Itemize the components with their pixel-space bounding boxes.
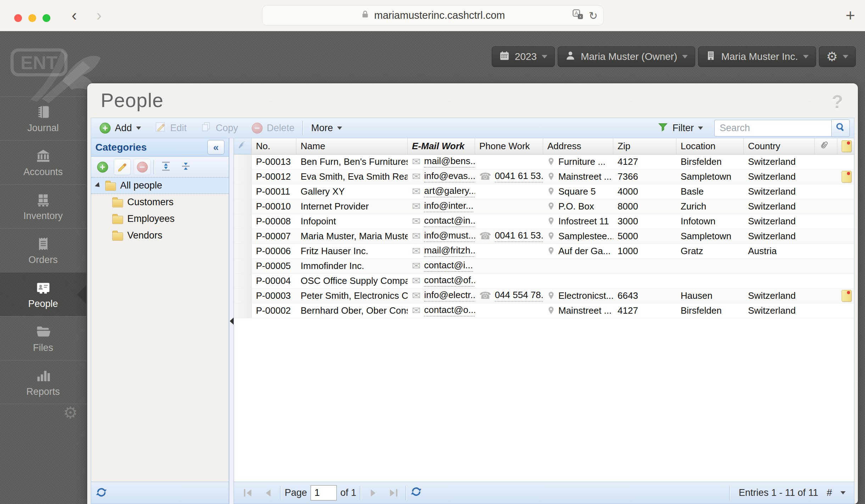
cell-handle <box>234 184 252 199</box>
column-header-zip[interactable]: Zip <box>613 138 676 154</box>
address-text: Furniture ... <box>558 156 606 167</box>
more-button[interactable]: More <box>306 120 348 136</box>
table-row[interactable]: P-00005Immofinder Inc.✉contact@i... <box>234 259 854 274</box>
delete-category-button[interactable]: − <box>134 159 151 175</box>
next-page-button[interactable] <box>364 485 381 501</box>
column-header-country[interactable]: Country <box>744 138 815 154</box>
table-row[interactable]: P-00007Maria Muster, Maria Muster✉info@m… <box>234 229 854 244</box>
first-page-button[interactable] <box>239 485 256 501</box>
add-category-button[interactable]: + <box>94 159 111 175</box>
table-row[interactable]: P-00006Fritz Hauser Inc.✉mail@fritzh...A… <box>234 244 854 259</box>
table-row[interactable]: P-00004OSC Office Supply Company✉contact… <box>234 274 854 289</box>
phone-link[interactable]: 0041 61 53... <box>495 230 543 242</box>
cell-note <box>837 303 854 318</box>
translate-icon[interactable]: Ax <box>572 9 584 23</box>
back-icon[interactable]: ‹ <box>72 5 77 26</box>
new-tab-icon[interactable]: + <box>846 5 855 26</box>
sidebar-item-orders[interactable]: Orders <box>0 228 86 272</box>
sidebar-gear-icon[interactable]: ⚙ <box>63 403 78 422</box>
email-link[interactable]: contact@o... <box>424 305 475 317</box>
note-icon[interactable] <box>842 171 852 183</box>
collapse-panel-button[interactable]: « <box>207 140 224 155</box>
table-row[interactable]: P-00013Ben Furn, Ben's Furnitures✉mail@b… <box>234 155 854 169</box>
sidebar-item-reports[interactable]: Reports <box>0 360 86 404</box>
collapse-arrow-icon[interactable] <box>230 318 234 325</box>
forward-icon[interactable]: › <box>96 5 102 26</box>
category-item-employees[interactable]: Employees <box>91 211 229 227</box>
address-bar[interactable]: mariamusterinc.cashctrl.com Ax ↻ <box>262 5 604 26</box>
cell-attach <box>815 289 837 303</box>
sidebar-item-inventory[interactable]: Inventory <box>0 184 86 228</box>
refresh-icon[interactable] <box>95 486 107 500</box>
email-link[interactable]: info@evas... <box>424 171 475 183</box>
maximize-window-button[interactable] <box>43 14 50 22</box>
minimize-window-button[interactable] <box>28 14 36 22</box>
note-icon[interactable] <box>842 290 852 302</box>
email-link[interactable]: contact@in... <box>424 215 475 227</box>
table-row[interactable]: P-00008Infopoint✉contact@in...Infostreet… <box>234 214 854 229</box>
email-link[interactable]: contact@of... <box>424 275 475 287</box>
count-symbol[interactable]: # <box>827 487 832 498</box>
cell-no: P-00007 <box>252 229 296 243</box>
close-window-button[interactable] <box>14 14 22 22</box>
email-link[interactable]: contact@i... <box>424 260 473 272</box>
column-header-note[interactable] <box>837 138 854 154</box>
column-header-phone[interactable]: Phone Work <box>475 138 543 154</box>
delete-button[interactable]: − Delete <box>246 120 300 136</box>
cell-name: Internet Provider <box>296 199 408 214</box>
sidebar-item-files[interactable]: Files <box>0 316 86 360</box>
table-row[interactable]: P-00011Gallery XY✉art@galery....Square 5… <box>234 184 854 199</box>
add-button[interactable]: + Add <box>94 120 147 136</box>
column-header-email[interactable]: E-Mail Work <box>408 138 475 154</box>
search-button[interactable] <box>831 119 850 137</box>
expand-caret-icon[interactable] <box>95 182 101 189</box>
reload-icon[interactable]: ↻ <box>589 10 598 22</box>
copy-button[interactable]: Copy <box>195 120 244 136</box>
table-row[interactable]: P-00002Bernhard Ober, Ober Constr...✉con… <box>234 303 854 318</box>
category-tree: All peopleCustomersEmployeesVendors <box>91 177 229 482</box>
panel-splitter[interactable] <box>229 138 234 504</box>
cell-name: Infopoint <box>296 214 408 229</box>
category-item-vendors[interactable]: Vendors <box>91 227 229 244</box>
column-header-name[interactable]: Name <box>296 138 408 154</box>
table-row[interactable]: P-00010Internet Provider✉info@inter...P.… <box>234 199 854 214</box>
settings-menu[interactable]: ⚙ <box>819 46 856 67</box>
envelope-icon: ✉ <box>412 231 420 241</box>
orders-icon <box>35 235 51 252</box>
category-item-customers[interactable]: Customers <box>91 194 229 211</box>
table-row[interactable]: P-00012Eva Smith, Eva Smith Real E...✉in… <box>234 169 854 184</box>
column-header-address[interactable]: Address <box>543 138 613 154</box>
edit-button[interactable]: Edit <box>149 120 192 136</box>
email-link[interactable]: info@must... <box>424 230 475 242</box>
filter-button[interactable]: Filter <box>652 120 709 136</box>
user-menu[interactable]: Maria Muster (Owner) <box>558 46 695 67</box>
phone-link[interactable]: 044 554 78... <box>495 290 543 302</box>
email-link[interactable]: info@inter... <box>424 201 473 212</box>
email-link[interactable]: mail@fritzh... <box>424 245 475 257</box>
column-header-no[interactable]: No. <box>252 138 296 154</box>
expand-all-button[interactable] <box>157 159 174 175</box>
category-item-all-people[interactable]: All people <box>91 177 229 194</box>
table-row[interactable]: P-00003Peter Smith, Electronics Co.✉info… <box>234 289 854 303</box>
collapse-all-button[interactable] <box>177 159 194 175</box>
sidebar-item-people[interactable]: People <box>0 272 86 316</box>
phone-link[interactable]: 0041 61 53... <box>495 171 543 183</box>
sidebar-item-journal[interactable]: Journal <box>0 96 86 140</box>
prev-page-button[interactable] <box>260 485 277 501</box>
edit-category-button[interactable] <box>114 159 131 175</box>
last-page-button[interactable] <box>385 485 402 501</box>
email-link[interactable]: art@galery.... <box>424 186 475 197</box>
help-icon[interactable]: ? <box>832 91 843 112</box>
sidebar-item-accounts[interactable]: Accounts <box>0 140 86 184</box>
column-header-location[interactable]: Location <box>676 138 744 154</box>
email-link[interactable]: info@electr... <box>424 290 475 302</box>
fiscal-year-selector[interactable]: 2023 <box>492 46 555 67</box>
page-input[interactable] <box>311 485 337 500</box>
company-menu[interactable]: Maria Muster Inc. <box>698 46 816 67</box>
column-header-attach[interactable] <box>815 138 837 154</box>
email-link[interactable]: mail@bens... <box>424 156 475 168</box>
refresh-icon[interactable] <box>410 486 422 500</box>
column-header-handle[interactable] <box>234 138 252 154</box>
search-input[interactable] <box>714 120 831 136</box>
location-pin-icon <box>547 217 555 226</box>
